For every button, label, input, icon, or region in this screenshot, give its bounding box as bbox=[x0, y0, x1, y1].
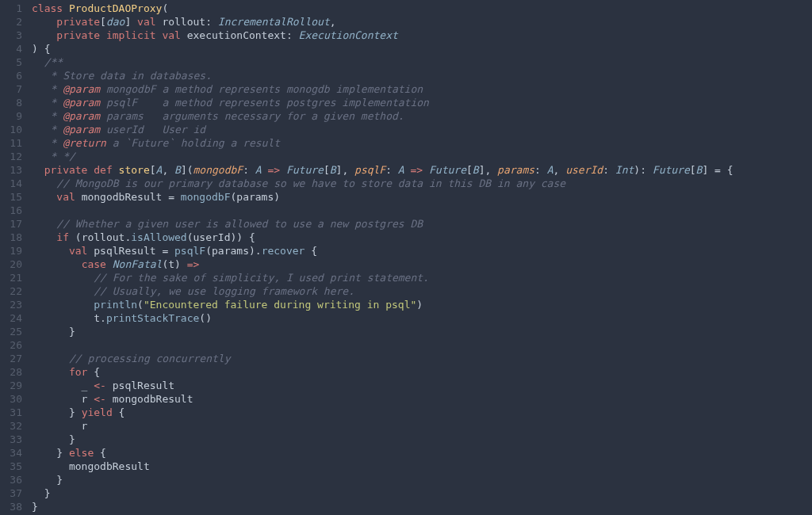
line-number: 8 bbox=[0, 96, 22, 109]
token: userId bbox=[565, 164, 603, 176]
token: case bbox=[82, 258, 113, 270]
token: () bbox=[199, 312, 212, 324]
token bbox=[32, 299, 94, 311]
token: A bbox=[547, 164, 553, 176]
token: [ bbox=[150, 164, 156, 176]
token: mongodbResult bbox=[113, 393, 193, 405]
line-number: 1 bbox=[0, 2, 22, 15]
token: * bbox=[32, 137, 63, 149]
token: ProductDAOProxy bbox=[69, 2, 162, 14]
token: => bbox=[187, 258, 200, 270]
code-line: println("Encountered failure during writ… bbox=[32, 298, 812, 311]
token: mongodbResult bbox=[32, 460, 150, 472]
code-line: ) { bbox=[32, 42, 812, 55]
token: * Store data in databases. bbox=[32, 70, 212, 82]
line-number: 4 bbox=[0, 42, 22, 55]
code-line: _ <- psqlResult bbox=[32, 379, 812, 392]
line-number: 35 bbox=[0, 460, 22, 473]
line-number: 19 bbox=[0, 244, 22, 258]
token: r bbox=[32, 393, 94, 405]
code-line: } bbox=[32, 433, 812, 446]
token: { bbox=[311, 245, 317, 257]
token: psqlF bbox=[174, 245, 205, 257]
token: : bbox=[603, 164, 615, 176]
token: ( bbox=[162, 2, 168, 14]
token: } bbox=[32, 447, 69, 459]
token: rollout bbox=[162, 16, 205, 28]
token: ): bbox=[634, 164, 652, 176]
token: . bbox=[100, 312, 106, 324]
code-line: // For the sake of simplicity, I used pr… bbox=[32, 271, 812, 284]
token: B bbox=[174, 164, 181, 176]
token: if bbox=[56, 231, 75, 243]
token bbox=[32, 272, 94, 284]
token: psqlResult bbox=[94, 245, 162, 257]
code-line: * @param psqlF a method represents postg… bbox=[32, 96, 812, 109]
line-number: 15 bbox=[0, 190, 22, 204]
token: { bbox=[119, 406, 125, 418]
token: ] = { bbox=[702, 164, 733, 176]
token: Future bbox=[429, 164, 466, 176]
code-line: val psqlResult = psqlF(params).recover { bbox=[32, 244, 812, 258]
token: } bbox=[32, 474, 63, 486]
line-number: 17 bbox=[0, 217, 22, 231]
token: userId bbox=[193, 231, 231, 243]
token: @param bbox=[63, 110, 100, 122]
token: ) { bbox=[32, 43, 50, 55]
token: * bbox=[32, 97, 63, 109]
token: psqlF a method represents postgres imple… bbox=[100, 97, 429, 109]
code-line: * Store data in databases. bbox=[32, 69, 812, 82]
line-number: 5 bbox=[0, 55, 22, 69]
token: A bbox=[398, 164, 404, 176]
token: userId User id bbox=[100, 124, 205, 135]
code-editor: 1234567891011121314151617181920212223242… bbox=[0, 0, 812, 515]
token: val bbox=[69, 245, 94, 257]
token bbox=[32, 366, 69, 378]
line-number: 20 bbox=[0, 258, 22, 271]
token: } bbox=[32, 501, 38, 513]
token: ExecutionContext bbox=[299, 29, 398, 41]
token: val bbox=[162, 29, 186, 41]
code-line bbox=[32, 204, 812, 217]
token: , bbox=[553, 164, 566, 176]
token: ) bbox=[274, 191, 280, 203]
line-number: 31 bbox=[0, 406, 22, 419]
code-line: mongodbResult bbox=[32, 460, 812, 473]
token: [ bbox=[100, 16, 106, 28]
code-line: * @param params arguments necessary for … bbox=[32, 109, 812, 123]
token: r bbox=[32, 420, 87, 432]
line-number: 11 bbox=[0, 136, 22, 150]
line-number: 29 bbox=[0, 379, 22, 392]
token: [ bbox=[324, 164, 330, 176]
line-number: 12 bbox=[0, 150, 22, 163]
token: [ bbox=[690, 164, 696, 176]
code-line: if (rollout.isAllowed(userId)) { bbox=[32, 231, 812, 244]
token: psqlResult bbox=[113, 380, 174, 391]
token: => bbox=[262, 164, 286, 176]
token: } bbox=[32, 406, 82, 418]
token: mongodbF a method represents monogdb imp… bbox=[100, 83, 423, 95]
token: } bbox=[32, 487, 50, 499]
token: params bbox=[497, 164, 534, 176]
token: , bbox=[330, 16, 336, 28]
token: : bbox=[243, 164, 255, 176]
token: private bbox=[56, 16, 100, 28]
code-line: } bbox=[32, 486, 812, 500]
token bbox=[32, 164, 44, 176]
code-line: val mongodbResult = mongodbF(params) bbox=[32, 190, 812, 204]
token: ) bbox=[174, 258, 187, 270]
token: t bbox=[94, 312, 100, 324]
token: private bbox=[44, 164, 94, 176]
token: ]( bbox=[181, 164, 193, 176]
line-number: 3 bbox=[0, 29, 22, 42]
token: isAllowed bbox=[131, 231, 186, 243]
token: IncrementalRollout bbox=[218, 16, 330, 28]
code-line: r <- mongodbResult bbox=[32, 392, 812, 406]
token: ], bbox=[336, 164, 354, 176]
code-line: * @return a `Future` holding a result bbox=[32, 136, 812, 150]
code-line: } bbox=[32, 500, 812, 513]
code-line: } bbox=[32, 473, 812, 486]
token: class bbox=[32, 2, 69, 14]
token: psqlF bbox=[354, 164, 385, 176]
token: _ bbox=[32, 380, 94, 391]
